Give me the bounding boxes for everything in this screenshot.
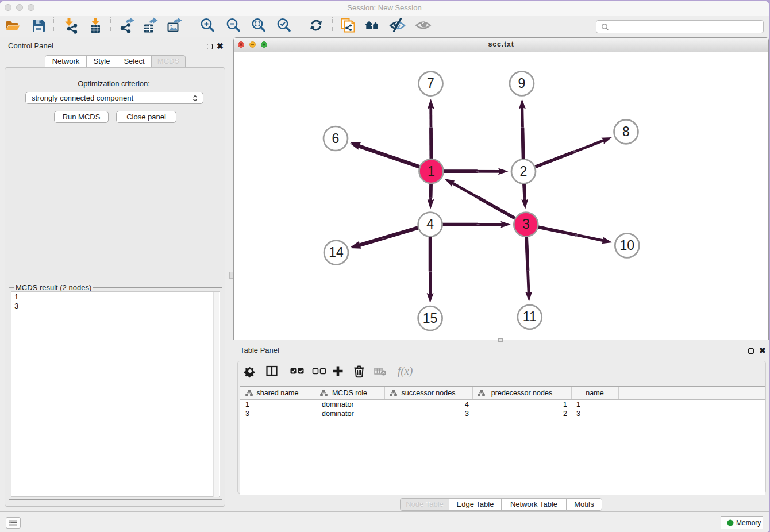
svg-text:1: 1 bbox=[428, 164, 435, 179]
svg-text:4: 4 bbox=[426, 217, 434, 232]
svg-text:6: 6 bbox=[332, 131, 340, 146]
svg-text:14: 14 bbox=[329, 245, 344, 260]
svg-text:15: 15 bbox=[423, 311, 438, 326]
svg-text:3: 3 bbox=[522, 217, 530, 232]
svg-text:9: 9 bbox=[518, 76, 526, 91]
svg-text:10: 10 bbox=[620, 238, 635, 253]
svg-text:11: 11 bbox=[523, 309, 537, 324]
svg-text:8: 8 bbox=[622, 124, 630, 139]
svg-text:7: 7 bbox=[427, 76, 434, 91]
svg-text:f(x): f(x) bbox=[398, 365, 413, 377]
svg-text:2: 2 bbox=[520, 164, 528, 179]
